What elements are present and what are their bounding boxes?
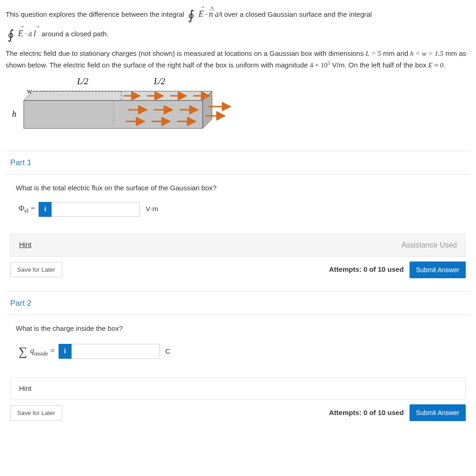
part2-header: Part 2 [6,291,470,315]
intro-paragraph: This question explores the difference be… [6,6,470,45]
hint-link[interactable]: Hint [19,383,32,394]
part2-hint-bar: Hint [10,377,466,400]
part1-actions: Save for Later Attempts: 0 of 10 used Su… [6,261,470,284]
submit-answer-button[interactable]: Submit Answer [410,261,466,278]
phi-symbol: Φel = [19,202,35,216]
problem-statement: The electric field due to stationary cha… [6,48,470,70]
part1-header: Part 1 [6,151,470,175]
part1-hint-bar: Hint Assistance Used [10,234,466,257]
part1-question: What is the total electric flux on the s… [16,183,466,194]
intro-text-b: over a closed Gaussian surface and the i… [224,10,372,18]
submit-answer-button[interactable]: Submit Answer [410,404,466,421]
label-l-half-right: L/2 [153,77,165,86]
save-for-later-button[interactable]: Save for Later [10,262,62,277]
attempts-label: Attempts: 0 of 10 used [329,264,404,275]
part2-actions: Save for Later Attempts: 0 of 10 used Su… [6,404,470,427]
part2-answer-input[interactable] [72,344,160,359]
closed-integral-icon [7,25,14,45]
integral-expr-2: E · d l [6,30,38,38]
hint-link[interactable]: Hint [19,240,32,250]
intro-text-a: This question explores the difference be… [6,10,184,18]
part2-unit: C [165,346,171,357]
part1-unit: V·m [145,204,158,215]
integral-expr-1: E · n dA [186,11,224,18]
closed-integral-icon [188,6,195,25]
gaussian-box-diagram: h w L/2 L/2 [7,75,470,143]
label-l-half-left: L/2 [77,77,88,86]
info-icon-button[interactable]: i [59,344,72,359]
assistance-used-label: Assistance Used [402,240,457,251]
info-icon-button[interactable]: i [39,202,52,217]
save-for-later-button[interactable]: Save for Later [10,405,62,421]
label-w: w [27,87,32,95]
part2-answer-row: ∑ qinside = i C [16,342,466,361]
part1-answer-row: Φel = i V·m [16,202,466,217]
part2-question: What is the charge inside the box? [16,323,466,334]
attempts-label: Attempts: 0 of 10 used [329,408,404,418]
label-h: h [12,109,16,119]
sigma-q-symbol: ∑ qinside = [19,342,55,361]
intro-text-c: around a closed path. [41,30,108,38]
part1-answer-input[interactable] [52,202,140,217]
